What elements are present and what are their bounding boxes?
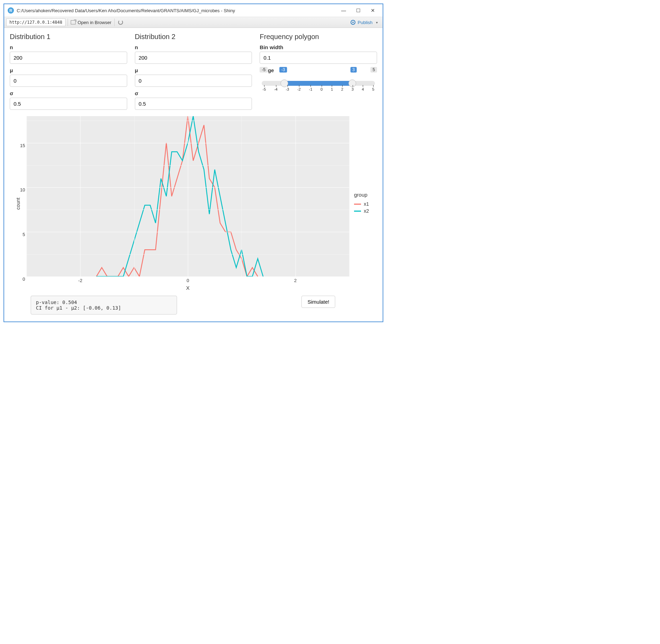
legend-label: x1	[364, 201, 369, 207]
legend-label: x2	[364, 208, 369, 214]
range-lo-badge: -3	[279, 67, 287, 73]
dist1-heading: Distribution 1	[10, 33, 127, 41]
r-app-icon: R	[8, 7, 14, 14]
refresh-button[interactable]	[114, 18, 126, 26]
titlebar: R C:/Users/ahoken/Recovered Data/Users/K…	[4, 4, 383, 17]
address-bar[interactable]: http://127.0.0.1:4848	[6, 18, 66, 26]
freq-panel: Frequency polygon Bin width range -5 5 -…	[260, 31, 377, 110]
range-hi-badge: 3	[350, 67, 357, 73]
open-external-icon	[71, 20, 76, 24]
dist1-panel: Distribution 1 n μ σ	[10, 31, 127, 110]
range-max-badge: 5	[370, 67, 377, 73]
dist1-n-input[interactable]	[10, 52, 127, 64]
app-window: R C:/Users/ahoken/Recovered Data/Users/K…	[3, 3, 383, 322]
dist1-mu-input[interactable]	[10, 75, 127, 87]
dist2-mu-label: μ	[135, 67, 252, 73]
dist1-sigma-label: σ	[10, 90, 127, 96]
dist1-sigma-input[interactable]	[10, 98, 127, 110]
dist2-panel: Distribution 2 n μ σ	[135, 31, 252, 110]
maximize-button[interactable]: ☐	[354, 6, 362, 15]
publish-label: Publish	[358, 20, 373, 25]
simulate-button[interactable]: Simulate!	[301, 296, 335, 308]
dist2-heading: Distribution 2	[135, 33, 252, 41]
result-pvalue: p-value: 0.504	[36, 300, 172, 305]
dist1-n-label: n	[10, 44, 127, 50]
open-in-browser-label: Open in Browser	[78, 20, 112, 25]
range-ticks: -5-4-3-2-1012345	[262, 87, 375, 91]
range-label: range	[260, 67, 377, 73]
window-title: C:/Users/ahoken/Recovered Data/Users/Ken…	[17, 8, 339, 13]
x-axis: -202	[26, 276, 349, 284]
chevron-down-icon: ▾	[376, 21, 378, 24]
range-min-badge: -5	[260, 67, 268, 73]
toolbar: http://127.0.0.1:4848 Open in Browser Pu…	[4, 17, 383, 28]
legend-swatch	[354, 211, 361, 212]
publish-icon	[351, 20, 355, 25]
open-in-browser-button[interactable]: Open in Browser	[68, 18, 114, 26]
dist2-n-input[interactable]	[135, 52, 252, 64]
dist2-sigma-input[interactable]	[135, 98, 252, 110]
frequency-plot: 051015	[26, 116, 349, 276]
close-button[interactable]: ✕	[369, 6, 377, 15]
publish-button[interactable]: Publish ▾	[348, 19, 381, 26]
dist1-mu-label: μ	[10, 67, 127, 73]
chart-area: count 051015 -202 X group x1x2	[10, 116, 377, 291]
dist2-n-label: n	[135, 44, 252, 50]
freq-heading: Frequency polygon	[260, 33, 377, 41]
dist2-sigma-label: σ	[135, 90, 252, 96]
dist2-mu-input[interactable]	[135, 75, 252, 87]
legend-title: group	[354, 192, 377, 198]
legend-item-x2: x2	[354, 208, 377, 214]
refresh-icon	[118, 20, 123, 25]
bin-width-input[interactable]	[260, 52, 377, 64]
result-ci: CI for μ1 - μ2: [-0.06, 0.13]	[36, 305, 172, 311]
bin-width-label: Bin width	[260, 44, 377, 50]
minimize-button[interactable]: —	[339, 6, 348, 15]
range-slider[interactable]: -5 5 -3 3 -5-4-3-2-1012345	[260, 75, 377, 91]
results-box: p-value: 0.504 CI for μ1 - μ2: [-0.06, 0…	[31, 296, 177, 315]
legend: group x1x2	[349, 116, 377, 291]
legend-item-x1: x1	[354, 201, 377, 207]
legend-swatch	[354, 204, 361, 205]
x-axis-label: X	[26, 285, 349, 291]
